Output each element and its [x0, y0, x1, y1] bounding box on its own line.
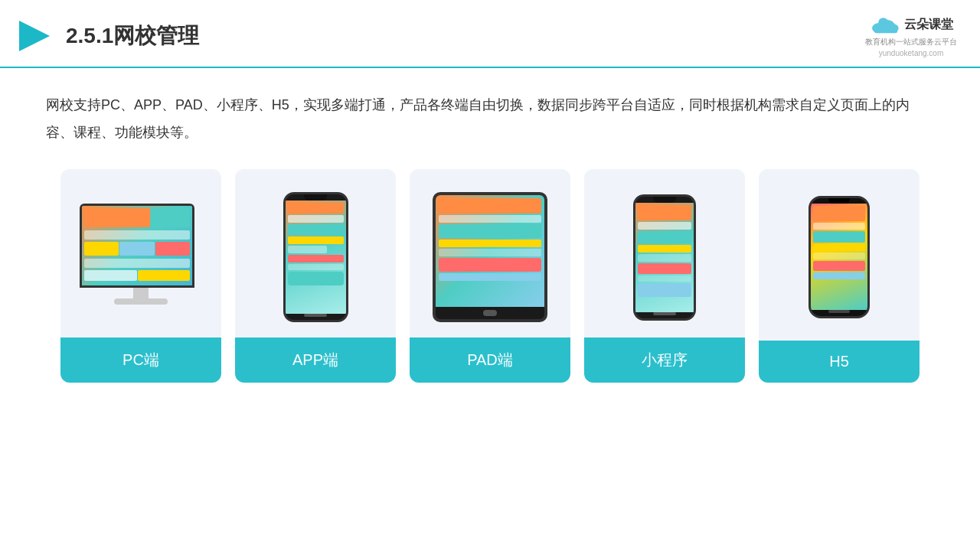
card-pc-image	[60, 169, 221, 337]
miniprogram-phone-icon	[633, 194, 696, 321]
card-h5-label: H5	[759, 341, 920, 383]
svg-point-5	[878, 18, 888, 28]
svg-rect-4	[874, 28, 898, 34]
play-icon	[15, 17, 54, 55]
header-left: 2.5.1网校管理	[15, 17, 199, 55]
card-pad: PAD端	[410, 169, 570, 383]
header: 2.5.1网校管理 云朵课堂 教育机构一站式服务云平台 yunduoketang…	[0, 0, 980, 68]
logo-area: 云朵课堂 教育机构一站式服务云平台 yunduoketang.com	[865, 14, 957, 57]
logo-name: 云朵课堂	[904, 17, 953, 33]
description-text: 网校支持PC、APP、PAD、小程序、H5，实现多端打通，产品各终端自由切换，数…	[46, 97, 910, 140]
logo-tagline: 教育机构一站式服务云平台	[865, 37, 957, 47]
cards-container: PC端 APP端	[0, 154, 980, 398]
pad-tablet-icon	[433, 192, 547, 322]
card-pc-label: PC端	[60, 337, 221, 383]
h5-phone-icon	[808, 196, 870, 318]
card-app: APP端	[235, 169, 396, 383]
card-miniprogram-image	[584, 169, 745, 337]
card-app-label: APP端	[235, 337, 396, 383]
svg-marker-0	[19, 21, 50, 51]
card-pad-image	[410, 169, 570, 337]
card-app-image	[235, 169, 396, 337]
app-phone-icon	[283, 192, 348, 322]
card-h5-image	[759, 169, 920, 337]
logo-url: yunduoketang.com	[879, 49, 944, 57]
logo-cloud: 云朵课堂	[869, 14, 953, 35]
card-pc: PC端	[60, 169, 221, 383]
description-block: 网校支持PC、APP、PAD、小程序、H5，实现多端打通，产品各终端自由切换，数…	[0, 68, 980, 154]
page-title: 2.5.1网校管理	[66, 21, 199, 51]
cloud-logo-icon	[869, 14, 900, 35]
pc-monitor-icon	[80, 204, 202, 311]
card-h5: H5	[759, 169, 920, 383]
card-miniprogram-label: 小程序	[584, 337, 745, 383]
card-miniprogram: 小程序	[584, 169, 745, 383]
card-pad-label: PAD端	[410, 337, 570, 383]
